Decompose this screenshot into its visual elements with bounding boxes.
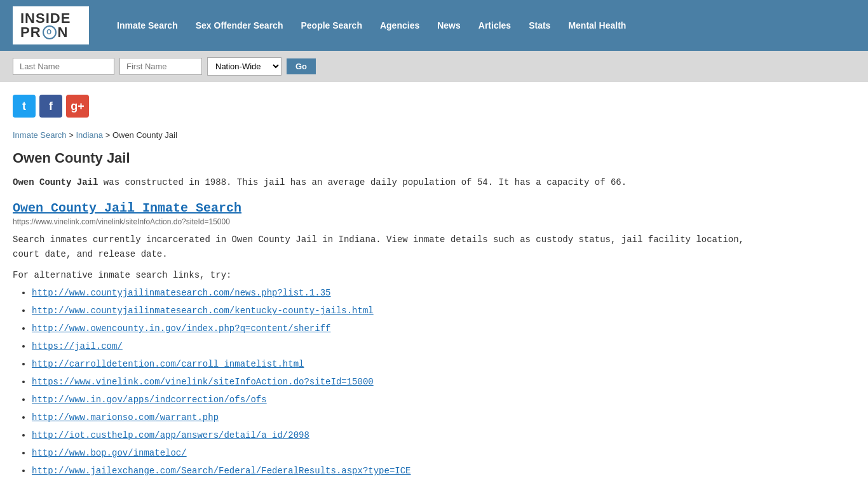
- main-nav: Inmate Search Sex Offender Search People…: [108, 18, 635, 33]
- alt-link-1[interactable]: http://www.countyjailinmatesearch.com/ne…: [32, 288, 330, 298]
- site-logo[interactable]: INSIDE PRON: [13, 6, 89, 44]
- nav-sex-offender-search[interactable]: Sex Offender Search: [187, 18, 292, 33]
- alt-link-9[interactable]: http://iot.custhelp.com/app/answers/deta…: [32, 430, 309, 440]
- list-item: http://www.jailexchange.com/Search/Feder…: [32, 462, 750, 480]
- list-item: http://www.owencounty.in.gov/index.php?q…: [32, 320, 750, 337]
- inmate-search-url-display: https://www.vinelink.com/vinelink/siteIn…: [13, 217, 750, 226]
- facebook-button[interactable]: f: [39, 95, 62, 118]
- last-name-input[interactable]: [13, 58, 114, 75]
- social-icons-bar: t f g+: [0, 82, 868, 124]
- breadcrumb-current: Owen County Jail: [112, 130, 177, 140]
- alt-link-5[interactable]: http://carrolldetention.com/carroll_inma…: [32, 359, 304, 369]
- search-description: Search inmates currently incarcerated in…: [13, 233, 750, 261]
- logo-prison-text: PRON: [20, 25, 81, 39]
- nav-mental-health[interactable]: Mental Health: [559, 18, 635, 33]
- main-content: Inmate Search > Indiana > Owen County Ja…: [0, 124, 763, 488]
- alt-link-4[interactable]: https://jail.com/: [32, 341, 123, 351]
- alt-link-11[interactable]: http://www.jailexchange.com/Search/Feder…: [32, 466, 411, 476]
- alt-link-2[interactable]: http://www.countyjailinmatesearch.com/ke…: [32, 306, 374, 316]
- list-item: http://www.marionso.com/warrant.php: [32, 409, 750, 426]
- nav-agencies[interactable]: Agencies: [371, 18, 428, 33]
- jail-name-bold: Owen County Jail: [13, 177, 98, 187]
- list-item: http://carrolldetention.com/carroll_inma…: [32, 355, 750, 373]
- alt-links-list: http://www.countyjailinmatesearch.com/ne…: [13, 284, 750, 480]
- search-bar: Nation-Wide Indiana Owen County Go: [0, 51, 868, 82]
- gplus-button[interactable]: g+: [66, 95, 89, 118]
- nav-news[interactable]: News: [428, 18, 470, 33]
- alt-link-8[interactable]: http://www.marionso.com/warrant.php: [32, 412, 219, 423]
- alt-link-10[interactable]: http://www.bop.gov/inmateloc/: [32, 448, 187, 458]
- nav-inmate-search[interactable]: Inmate Search: [108, 18, 187, 33]
- jail-description: Owen County Jail was constructed in 1988…: [13, 175, 750, 189]
- twitter-button[interactable]: t: [13, 95, 36, 118]
- list-item: http://iot.custhelp.com/app/answers/deta…: [32, 426, 750, 444]
- inmate-search-big-link[interactable]: Owen County Jail Inmate Search: [13, 201, 241, 215]
- alt-links-intro: For alternative inmate search links, try…: [13, 270, 750, 280]
- logo-o-icon: O: [43, 25, 57, 39]
- breadcrumb-separator-1: >: [69, 130, 76, 140]
- breadcrumb-separator-2: >: [105, 130, 112, 140]
- breadcrumb-indiana[interactable]: Indiana: [76, 130, 103, 140]
- list-item: http://www.bop.gov/inmateloc/: [32, 444, 750, 462]
- site-header: INSIDE PRON Inmate Search Sex Offender S…: [0, 0, 868, 51]
- alt-link-6[interactable]: https://www.vinelink.com/vinelink/siteIn…: [32, 377, 374, 387]
- inmate-search-section: Owen County Jail Inmate Search https://w…: [13, 201, 750, 261]
- list-item: http://www.in.gov/apps/indcorrection/ofs…: [32, 391, 750, 409]
- jail-description-rest: was constructed in 1988. This jail has a…: [98, 177, 627, 187]
- go-button[interactable]: Go: [287, 58, 316, 74]
- scope-select[interactable]: Nation-Wide Indiana Owen County: [207, 57, 281, 76]
- list-item: http://www.countyjailinmatesearch.com/ne…: [32, 284, 750, 302]
- alt-link-7[interactable]: http://www.in.gov/apps/indcorrection/ofs…: [32, 395, 267, 405]
- list-item: https://jail.com/: [32, 337, 750, 355]
- list-item: https://www.vinelink.com/vinelink/siteIn…: [32, 373, 750, 391]
- breadcrumb: Inmate Search > Indiana > Owen County Ja…: [13, 130, 750, 140]
- nav-articles[interactable]: Articles: [470, 18, 520, 33]
- page-title: Owen County Jail: [13, 150, 750, 166]
- logo-inside-text: INSIDE: [20, 11, 81, 25]
- list-item: http://www.countyjailinmatesearch.com/ke…: [32, 302, 750, 320]
- first-name-input[interactable]: [119, 58, 202, 75]
- alt-links-section: For alternative inmate search links, try…: [13, 270, 750, 480]
- nav-people-search[interactable]: People Search: [292, 18, 371, 33]
- breadcrumb-inmate-search[interactable]: Inmate Search: [13, 130, 67, 140]
- alt-link-3[interactable]: http://www.owencounty.in.gov/index.php?q…: [32, 323, 330, 334]
- nav-stats[interactable]: Stats: [520, 18, 559, 33]
